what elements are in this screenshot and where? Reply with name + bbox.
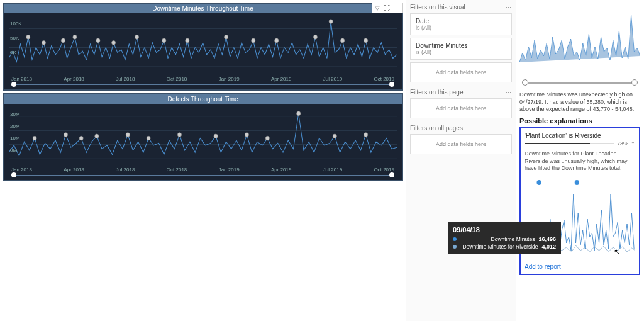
svg-point-34 <box>333 134 336 138</box>
chart-plot-area: 30M 20M 10M 0M <box>4 104 402 167</box>
svg-point-30 <box>214 134 218 138</box>
anomaly-description: Downtime Minutes was unexpectedly high o… <box>519 91 640 113</box>
chart-title: Defects Throughout Time <box>4 94 402 104</box>
slider-handle-left[interactable] <box>11 82 16 87</box>
filter-card-downtime[interactable]: Downtime Minutes is (All) <box>410 38 512 60</box>
chart-title: Downtime Minutes Throughout Time <box>4 4 402 13</box>
more-icon[interactable]: ⋯ <box>394 4 400 11</box>
slider-handle-right[interactable] <box>389 172 394 177</box>
time-slider[interactable] <box>11 83 394 87</box>
svg-point-14 <box>275 38 279 43</box>
chart-tooltip: 09/04/18 Downtime Minutes 16,496 Downtim… <box>448 222 561 254</box>
slider-handle-right[interactable] <box>389 82 394 87</box>
x-axis: Jan 2018 Apr 2018 Jul 2018 Oct 2018 Jan … <box>4 167 402 172</box>
series-color-icon <box>453 237 457 241</box>
slider-handle-left[interactable] <box>522 79 528 86</box>
svg-point-24 <box>64 133 67 137</box>
svg-point-36 <box>536 180 541 185</box>
add-fields-visual[interactable]: Add data fields here <box>410 62 512 82</box>
add-fields-page[interactable]: Add data fields here <box>410 98 512 118</box>
y-axis: 100K 50K 0K <box>10 21 22 55</box>
svg-point-32 <box>265 136 269 140</box>
downtime-line-svg <box>9 16 397 72</box>
possible-explanations-title: Possible explanations <box>519 117 640 125</box>
svg-point-11 <box>186 38 189 43</box>
explanation-body: Downtime Minutes for Plant Location Rive… <box>525 150 635 172</box>
svg-point-4 <box>42 40 45 45</box>
svg-point-37 <box>575 180 579 185</box>
more-icon[interactable]: ⋯ <box>506 89 512 96</box>
anomaly-pane: Downtime Minutes was unexpectedly high o… <box>516 0 644 321</box>
focus-icon[interactable]: ⛶ <box>384 4 390 11</box>
time-slider[interactable] <box>11 174 394 177</box>
filters-visual-header: Filters on this visual ⋯ <box>410 4 512 11</box>
strength-bar: 73% ⌃ <box>525 140 635 147</box>
tooltip-row: Downtime Minutes 16,496 <box>453 236 556 242</box>
slider-handle-right[interactable] <box>631 79 638 86</box>
svg-point-35 <box>364 133 368 137</box>
series-color-icon <box>453 245 457 249</box>
explanation-card[interactable]: 'Plant Location' is Riverside 73% ⌃ Down… <box>519 127 640 275</box>
svg-point-12 <box>224 35 228 39</box>
svg-point-8 <box>112 40 116 45</box>
svg-point-10 <box>162 38 166 43</box>
chevron-up-icon[interactable]: ⌃ <box>631 141 635 147</box>
svg-point-28 <box>147 136 150 140</box>
downtime-chart[interactable]: ▽ ⛶ ⋯ Downtime Minutes Throughout Time 1… <box>3 3 403 91</box>
svg-point-29 <box>177 133 181 137</box>
defects-chart[interactable]: Defects Throughout Time 30M 20M 10M 0M <box>3 93 403 181</box>
y-axis: 30M 20M 10M 0M <box>10 111 20 153</box>
svg-point-15 <box>313 35 317 39</box>
add-to-report-link[interactable]: Add to report <box>525 263 635 270</box>
svg-point-7 <box>96 38 100 43</box>
svg-point-17 <box>341 38 345 43</box>
filter-card-date[interactable]: Date is (All) <box>410 13 512 35</box>
svg-point-31 <box>245 133 248 137</box>
report-canvas: ▽ ⛶ ⋯ Downtime Minutes Throughout Time 1… <box>0 0 406 321</box>
slider-handle-left[interactable] <box>11 172 16 177</box>
cursor-icon: ↖ <box>614 247 620 256</box>
svg-point-9 <box>135 35 139 39</box>
svg-point-27 <box>126 133 130 137</box>
filters-page-header: Filters on this page ⋯ <box>410 89 512 96</box>
anomaly-sparkline-top <box>519 3 640 75</box>
svg-point-5 <box>61 38 65 43</box>
svg-point-26 <box>95 134 99 138</box>
svg-point-16 <box>329 20 333 24</box>
more-icon[interactable]: ⋯ <box>506 125 512 132</box>
chart-plot-area: 100K 50K 0K <box>4 13 402 76</box>
svg-point-23 <box>33 136 36 140</box>
filter-icon[interactable]: ▽ <box>375 4 380 11</box>
svg-point-6 <box>73 35 77 39</box>
visual-header-toolbar: ▽ ⛶ ⋯ <box>372 3 403 13</box>
filters-allpages-header: Filters on all pages ⋯ <box>410 125 512 132</box>
svg-point-13 <box>252 38 255 43</box>
add-fields-all[interactable]: Add data fields here <box>410 134 512 154</box>
explanation-header: 'Plant Location' is Riverside <box>525 132 635 139</box>
svg-point-33 <box>297 111 301 116</box>
defects-line-svg <box>9 106 397 163</box>
svg-point-25 <box>79 136 83 140</box>
tooltip-date: 09/04/18 <box>453 226 556 234</box>
sparkline-slider[interactable] <box>519 79 640 87</box>
svg-point-3 <box>26 35 30 39</box>
svg-point-18 <box>364 38 368 43</box>
x-axis: Jan 2018 Apr 2018 Jul 2018 Oct 2018 Jan … <box>4 76 402 82</box>
filters-pane: Filters on this visual ⋯ Date is (All) D… <box>406 0 516 321</box>
tooltip-row: Downtime Minutes for Riverside 4,012 <box>453 244 556 250</box>
more-icon[interactable]: ⋯ <box>506 4 512 11</box>
